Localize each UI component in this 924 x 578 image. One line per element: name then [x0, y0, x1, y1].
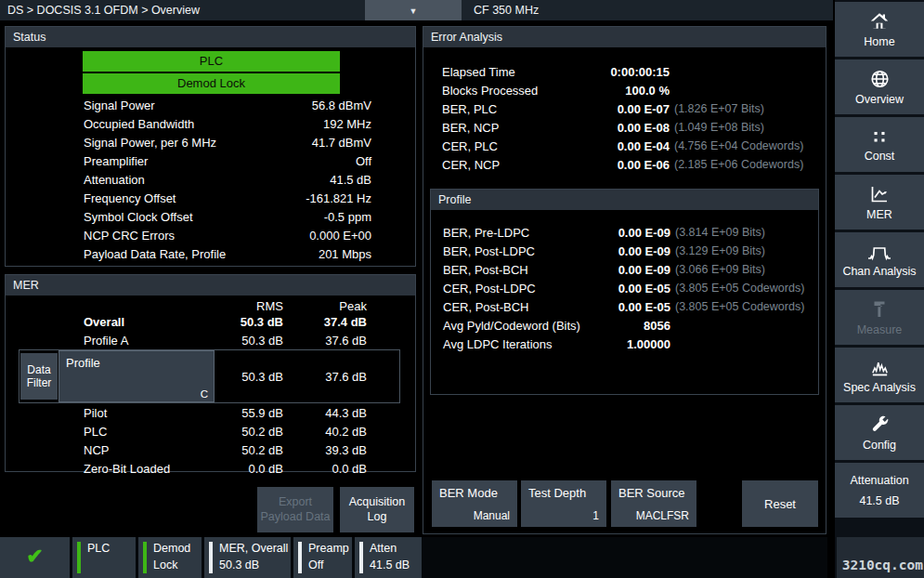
- row-label: Occupied Bandwidth: [84, 117, 323, 131]
- home-icon: [867, 10, 891, 33]
- spectrum-icon: [867, 357, 892, 378]
- row-label: Attenuation: [84, 173, 330, 187]
- row-label: Frequency Offset: [84, 191, 306, 205]
- row-label: Pilot: [84, 406, 195, 420]
- statusbar-line: 41.5 dB: [370, 558, 418, 574]
- row-label: Preamplifier: [84, 154, 356, 168]
- statusbar-item-mer-overall[interactable]: MER, Overall 50.3 dB: [204, 537, 291, 578]
- row-value: 0.00 E-09: [610, 226, 670, 240]
- statusbar-item-plc[interactable]: PLC: [72, 537, 136, 578]
- row-label: Symbol Clock Offset: [84, 210, 324, 224]
- statusbar-line: Demod: [153, 541, 198, 558]
- row-value: 0.00 E-05: [610, 282, 670, 296]
- sidebar-item-home[interactable]: Home: [835, 2, 924, 57]
- mer-row-zero-bit: Zero-Bit Loaded 0.0 dB 0.0 dB: [6, 459, 415, 478]
- row-value: 0.00 E-09: [610, 263, 670, 277]
- peak-value: 40.2 dB: [283, 425, 367, 439]
- row-value: 201 Mbps: [319, 247, 371, 261]
- statusbar-item-demod-lock[interactable]: Demod Lock: [138, 537, 202, 578]
- window-dropdown-tab[interactable]: ▼: [365, 0, 462, 20]
- breadcrumb[interactable]: DS > DOCSIS 3.1 OFDM > Overview: [7, 0, 200, 20]
- statusbar-line: MER, Overall: [219, 541, 287, 558]
- row-label: Zero-Bit Loaded: [84, 462, 195, 476]
- row-note: (3.814 E+09 Bits): [675, 226, 765, 239]
- sidebar-item-chan-analysis[interactable]: Chan Analysis: [835, 232, 924, 287]
- export-payload-data-button[interactable]: Export Payload Data: [257, 487, 333, 532]
- status-row: Signal Power, per 6 MHz41.7 dBmV: [6, 133, 415, 151]
- error-analysis-rows: Elapsed Time0:00:00:15 Blocks Processed1…: [423, 47, 826, 174]
- status-ok-button[interactable]: ✔: [0, 537, 70, 578]
- button-label: BER Source: [618, 486, 685, 500]
- mer-row-data-filter: Data Filter Profile C 50.3 dB 37.6 dB: [6, 349, 415, 403]
- status-panel: Status PLC Demod Lock Signal Power56.8 d…: [5, 26, 416, 267]
- row-value: 0.000 E+00: [309, 229, 371, 243]
- status-indicator-bar: [143, 542, 147, 573]
- rms-column-header: RMS: [195, 299, 283, 313]
- peak-value: 37.6 dB: [283, 334, 367, 348]
- row-label: BER, Pre-LDPC: [443, 226, 610, 240]
- sidebar-item-attenuation[interactable]: Attenuation 41.5 dB: [835, 463, 924, 518]
- profile-row: BER, Post-BCH0.00 E-09(3.066 E+09 Bits): [431, 260, 818, 279]
- row-note: (3.129 E+09 Bits): [675, 244, 765, 257]
- status-row: Signal Power56.8 dBmV: [6, 96, 415, 114]
- sidebar-item-overview[interactable]: Overview: [835, 59, 924, 114]
- mer-panel-title: MER: [6, 275, 415, 296]
- row-value: 0.00 E-09: [610, 244, 670, 258]
- ber-mode-button[interactable]: BER Mode Manual: [432, 480, 517, 527]
- data-filter-values: 50.3 dB 37.6 dB: [6, 349, 415, 403]
- rms-value: 55.9 dB: [195, 406, 283, 420]
- test-depth-button[interactable]: Test Depth 1: [521, 480, 606, 527]
- row-label: BER, NCP: [442, 121, 609, 135]
- button-label: Test Depth: [528, 486, 586, 500]
- plc-lock-banner: PLC: [83, 51, 340, 72]
- error-row: CER, PLC0.00 E-04(4.756 E+04 Codewords): [423, 137, 826, 155]
- sidebar-item-config[interactable]: Config: [835, 405, 924, 460]
- sidebar-label: Config: [863, 439, 896, 452]
- sidebar-item-mer[interactable]: MER: [835, 175, 924, 230]
- checkmark-icon: ✔: [26, 545, 43, 568]
- row-label: NCP: [84, 443, 195, 457]
- status-row: Attenuation41.5 dB: [6, 170, 415, 189]
- demod-lock-banner: Demod Lock: [83, 73, 340, 94]
- row-value: 41.7 dBmV: [312, 136, 371, 150]
- error-row: BER, PLC0.00 E-07(1.826 E+07 Bits): [423, 99, 826, 118]
- acquisition-log-button[interactable]: Acquisition Log: [340, 487, 414, 532]
- statusbar-line: Lock: [153, 558, 198, 574]
- mer-chart-icon: [867, 183, 891, 205]
- sidebar-label: Home: [864, 35, 894, 48]
- softkey-sidebar: Home Overview Const MER Chan Analysis Me…: [835, 0, 924, 578]
- status-panel-title: Status: [6, 27, 415, 47]
- row-label: NCP CRC Errors: [84, 229, 309, 243]
- row-label: CER, PLC: [442, 139, 609, 153]
- row-value: 0.00 E-05: [610, 300, 670, 314]
- profile-subpanel: Profile BER, Pre-LDPC0.00 E-09(3.814 E+0…: [430, 189, 819, 395]
- sidebar-item-spec-analysis[interactable]: Spec Analysis: [835, 348, 924, 402]
- watermark-strip: 3210cq.com: [837, 537, 924, 578]
- row-value: Off: [356, 154, 371, 168]
- peak-value: 44.3 dB: [283, 406, 367, 420]
- row-value: 56.8 dBmV: [312, 99, 371, 112]
- row-label: BER, PLC: [442, 102, 609, 116]
- peak-value: 0.0 dB: [283, 462, 367, 476]
- peak-value: 39.3 dB: [283, 443, 367, 457]
- sidebar-item-measure[interactable]: Measure: [835, 290, 924, 345]
- button-value: Manual: [474, 509, 510, 522]
- chevron-down-icon: ▼: [410, 7, 418, 16]
- row-value: 0:00:00:15: [609, 65, 670, 79]
- bottom-status-bar: ✔ PLC Demod Lock MER, Overall 50.3 dB Pr…: [0, 537, 827, 578]
- reset-button[interactable]: Reset: [742, 480, 818, 527]
- ber-source-button[interactable]: BER Source MACLFSR: [611, 480, 696, 527]
- sidebar-value: 41.5 dB: [859, 494, 899, 507]
- status-indicator-bar: [359, 542, 363, 573]
- sidebar-label: Attenuation: [850, 474, 908, 487]
- sidebar-item-const[interactable]: Const: [835, 117, 924, 172]
- mer-row-ncp: NCP 50.2 dB 39.3 dB: [6, 440, 415, 459]
- statusbar-item-atten[interactable]: Atten 41.5 dB: [355, 537, 422, 578]
- statusbar-item-preamp[interactable]: Preamp Off: [293, 537, 352, 578]
- row-value: 41.5 dB: [330, 173, 371, 187]
- rms-value: 50.3 dB: [195, 334, 283, 348]
- statusbar-line: 50.3 dB: [219, 558, 287, 574]
- profile-row: CER, Post-BCH0.00 E-05(3.805 E+05 Codewo…: [431, 297, 818, 316]
- rms-value: 50.3 dB: [195, 315, 283, 329]
- profile-subpanel-title: Profile: [431, 190, 818, 210]
